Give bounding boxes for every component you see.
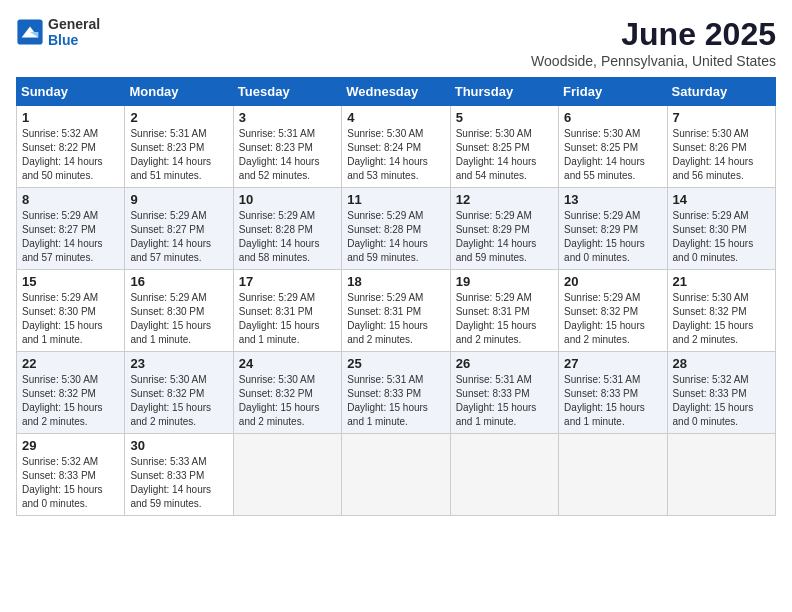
location-text: Woodside, Pennsylvania, United States bbox=[531, 53, 776, 69]
calendar-day-cell bbox=[342, 434, 450, 516]
day-info: Sunrise: 5:29 AMSunset: 8:31 PMDaylight:… bbox=[456, 291, 553, 347]
calendar-day-cell: 29Sunrise: 5:32 AMSunset: 8:33 PMDayligh… bbox=[17, 434, 125, 516]
day-number: 27 bbox=[564, 356, 661, 371]
day-info: Sunrise: 5:30 AMSunset: 8:25 PMDaylight:… bbox=[456, 127, 553, 183]
calendar-day-cell: 14Sunrise: 5:29 AMSunset: 8:30 PMDayligh… bbox=[667, 188, 775, 270]
day-info: Sunrise: 5:29 AMSunset: 8:32 PMDaylight:… bbox=[564, 291, 661, 347]
day-info: Sunrise: 5:29 AMSunset: 8:31 PMDaylight:… bbox=[239, 291, 336, 347]
calendar-day-cell: 12Sunrise: 5:29 AMSunset: 8:29 PMDayligh… bbox=[450, 188, 558, 270]
weekday-header: Wednesday bbox=[342, 78, 450, 106]
day-info: Sunrise: 5:29 AMSunset: 8:29 PMDaylight:… bbox=[564, 209, 661, 265]
day-info: Sunrise: 5:29 AMSunset: 8:29 PMDaylight:… bbox=[456, 209, 553, 265]
logo-blue-text: Blue bbox=[48, 32, 100, 48]
day-info: Sunrise: 5:31 AMSunset: 8:33 PMDaylight:… bbox=[347, 373, 444, 429]
weekday-header: Saturday bbox=[667, 78, 775, 106]
day-number: 28 bbox=[673, 356, 770, 371]
calendar-day-cell: 4Sunrise: 5:30 AMSunset: 8:24 PMDaylight… bbox=[342, 106, 450, 188]
day-number: 4 bbox=[347, 110, 444, 125]
day-number: 20 bbox=[564, 274, 661, 289]
day-info: Sunrise: 5:30 AMSunset: 8:32 PMDaylight:… bbox=[130, 373, 227, 429]
day-number: 19 bbox=[456, 274, 553, 289]
day-number: 7 bbox=[673, 110, 770, 125]
weekday-header: Friday bbox=[559, 78, 667, 106]
calendar-day-cell: 13Sunrise: 5:29 AMSunset: 8:29 PMDayligh… bbox=[559, 188, 667, 270]
day-info: Sunrise: 5:30 AMSunset: 8:25 PMDaylight:… bbox=[564, 127, 661, 183]
calendar-day-cell bbox=[667, 434, 775, 516]
day-info: Sunrise: 5:31 AMSunset: 8:23 PMDaylight:… bbox=[130, 127, 227, 183]
calendar-day-cell bbox=[450, 434, 558, 516]
day-info: Sunrise: 5:30 AMSunset: 8:32 PMDaylight:… bbox=[673, 291, 770, 347]
day-number: 30 bbox=[130, 438, 227, 453]
calendar-day-cell: 3Sunrise: 5:31 AMSunset: 8:23 PMDaylight… bbox=[233, 106, 341, 188]
calendar-day-cell: 10Sunrise: 5:29 AMSunset: 8:28 PMDayligh… bbox=[233, 188, 341, 270]
day-info: Sunrise: 5:29 AMSunset: 8:28 PMDaylight:… bbox=[239, 209, 336, 265]
day-number: 11 bbox=[347, 192, 444, 207]
logo-general-text: General bbox=[48, 16, 100, 32]
day-number: 25 bbox=[347, 356, 444, 371]
calendar-week-row: 1Sunrise: 5:32 AMSunset: 8:22 PMDaylight… bbox=[17, 106, 776, 188]
calendar-day-cell: 30Sunrise: 5:33 AMSunset: 8:33 PMDayligh… bbox=[125, 434, 233, 516]
day-number: 16 bbox=[130, 274, 227, 289]
day-number: 3 bbox=[239, 110, 336, 125]
logo: General Blue bbox=[16, 16, 100, 48]
day-number: 18 bbox=[347, 274, 444, 289]
calendar-day-cell: 27Sunrise: 5:31 AMSunset: 8:33 PMDayligh… bbox=[559, 352, 667, 434]
day-number: 14 bbox=[673, 192, 770, 207]
weekday-header: Monday bbox=[125, 78, 233, 106]
weekday-header: Tuesday bbox=[233, 78, 341, 106]
calendar-week-row: 29Sunrise: 5:32 AMSunset: 8:33 PMDayligh… bbox=[17, 434, 776, 516]
day-number: 24 bbox=[239, 356, 336, 371]
calendar-day-cell bbox=[559, 434, 667, 516]
day-info: Sunrise: 5:31 AMSunset: 8:23 PMDaylight:… bbox=[239, 127, 336, 183]
calendar-day-cell: 8Sunrise: 5:29 AMSunset: 8:27 PMDaylight… bbox=[17, 188, 125, 270]
calendar-day-cell: 17Sunrise: 5:29 AMSunset: 8:31 PMDayligh… bbox=[233, 270, 341, 352]
day-info: Sunrise: 5:29 AMSunset: 8:31 PMDaylight:… bbox=[347, 291, 444, 347]
calendar-week-row: 8Sunrise: 5:29 AMSunset: 8:27 PMDaylight… bbox=[17, 188, 776, 270]
calendar-day-cell: 26Sunrise: 5:31 AMSunset: 8:33 PMDayligh… bbox=[450, 352, 558, 434]
title-block: June 2025 Woodside, Pennsylvania, United… bbox=[531, 16, 776, 69]
weekday-header: Thursday bbox=[450, 78, 558, 106]
day-info: Sunrise: 5:30 AMSunset: 8:32 PMDaylight:… bbox=[22, 373, 119, 429]
calendar-day-cell: 22Sunrise: 5:30 AMSunset: 8:32 PMDayligh… bbox=[17, 352, 125, 434]
calendar-day-cell bbox=[233, 434, 341, 516]
day-number: 1 bbox=[22, 110, 119, 125]
calendar-day-cell: 21Sunrise: 5:30 AMSunset: 8:32 PMDayligh… bbox=[667, 270, 775, 352]
calendar-header-row: SundayMondayTuesdayWednesdayThursdayFrid… bbox=[17, 78, 776, 106]
day-info: Sunrise: 5:29 AMSunset: 8:27 PMDaylight:… bbox=[130, 209, 227, 265]
calendar-table: SundayMondayTuesdayWednesdayThursdayFrid… bbox=[16, 77, 776, 516]
day-number: 22 bbox=[22, 356, 119, 371]
calendar-week-row: 22Sunrise: 5:30 AMSunset: 8:32 PMDayligh… bbox=[17, 352, 776, 434]
day-info: Sunrise: 5:29 AMSunset: 8:30 PMDaylight:… bbox=[130, 291, 227, 347]
weekday-header: Sunday bbox=[17, 78, 125, 106]
calendar-day-cell: 20Sunrise: 5:29 AMSunset: 8:32 PMDayligh… bbox=[559, 270, 667, 352]
calendar-day-cell: 24Sunrise: 5:30 AMSunset: 8:32 PMDayligh… bbox=[233, 352, 341, 434]
day-number: 23 bbox=[130, 356, 227, 371]
day-number: 5 bbox=[456, 110, 553, 125]
calendar-day-cell: 5Sunrise: 5:30 AMSunset: 8:25 PMDaylight… bbox=[450, 106, 558, 188]
calendar-day-cell: 18Sunrise: 5:29 AMSunset: 8:31 PMDayligh… bbox=[342, 270, 450, 352]
day-number: 6 bbox=[564, 110, 661, 125]
day-number: 10 bbox=[239, 192, 336, 207]
calendar-day-cell: 23Sunrise: 5:30 AMSunset: 8:32 PMDayligh… bbox=[125, 352, 233, 434]
calendar-day-cell: 28Sunrise: 5:32 AMSunset: 8:33 PMDayligh… bbox=[667, 352, 775, 434]
day-info: Sunrise: 5:32 AMSunset: 8:33 PMDaylight:… bbox=[22, 455, 119, 511]
day-info: Sunrise: 5:29 AMSunset: 8:28 PMDaylight:… bbox=[347, 209, 444, 265]
day-info: Sunrise: 5:29 AMSunset: 8:27 PMDaylight:… bbox=[22, 209, 119, 265]
day-info: Sunrise: 5:31 AMSunset: 8:33 PMDaylight:… bbox=[564, 373, 661, 429]
calendar-day-cell: 19Sunrise: 5:29 AMSunset: 8:31 PMDayligh… bbox=[450, 270, 558, 352]
day-info: Sunrise: 5:32 AMSunset: 8:33 PMDaylight:… bbox=[673, 373, 770, 429]
calendar-day-cell: 1Sunrise: 5:32 AMSunset: 8:22 PMDaylight… bbox=[17, 106, 125, 188]
calendar-day-cell: 2Sunrise: 5:31 AMSunset: 8:23 PMDaylight… bbox=[125, 106, 233, 188]
calendar-day-cell: 6Sunrise: 5:30 AMSunset: 8:25 PMDaylight… bbox=[559, 106, 667, 188]
day-number: 8 bbox=[22, 192, 119, 207]
calendar-day-cell: 7Sunrise: 5:30 AMSunset: 8:26 PMDaylight… bbox=[667, 106, 775, 188]
month-title: June 2025 bbox=[531, 16, 776, 53]
day-number: 9 bbox=[130, 192, 227, 207]
day-info: Sunrise: 5:29 AMSunset: 8:30 PMDaylight:… bbox=[673, 209, 770, 265]
day-info: Sunrise: 5:29 AMSunset: 8:30 PMDaylight:… bbox=[22, 291, 119, 347]
calendar-day-cell: 25Sunrise: 5:31 AMSunset: 8:33 PMDayligh… bbox=[342, 352, 450, 434]
day-number: 2 bbox=[130, 110, 227, 125]
day-info: Sunrise: 5:30 AMSunset: 8:32 PMDaylight:… bbox=[239, 373, 336, 429]
page-header: General Blue June 2025 Woodside, Pennsyl… bbox=[16, 16, 776, 69]
day-number: 29 bbox=[22, 438, 119, 453]
